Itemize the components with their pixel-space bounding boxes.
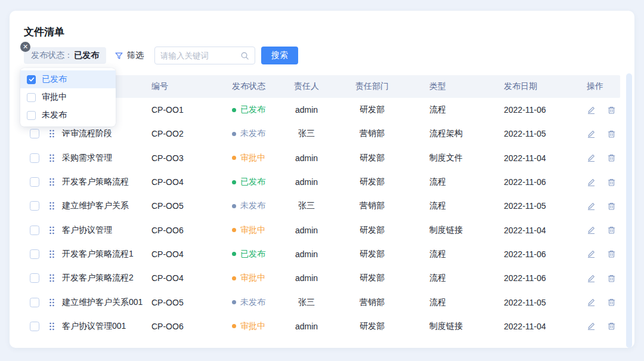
table-row: 客户协议管理001 CP-OO6 审批中 admin 研发部 制度链接 2022… — [24, 314, 620, 338]
search-input[interactable] — [160, 51, 240, 60]
status-dot-icon — [232, 324, 236, 328]
filter-chip-label: 发布状态： — [31, 50, 73, 61]
status-label: 已发布 — [240, 177, 265, 187]
doc-type: 流程 — [414, 249, 482, 260]
edit-icon[interactable] — [587, 298, 596, 307]
status-label: 审批中 — [240, 225, 265, 236]
delete-icon[interactable] — [607, 298, 616, 307]
row-checkbox[interactable] — [30, 177, 39, 187]
filter-chip[interactable]: 发布状态： 已发布 — [24, 47, 106, 64]
edit-icon[interactable] — [587, 249, 596, 258]
status-dot-icon — [232, 252, 236, 256]
edit-icon[interactable] — [587, 106, 596, 115]
delete-icon[interactable] — [607, 274, 616, 283]
file-name: 开发客户策略流程2 — [62, 273, 151, 283]
search-icon — [240, 51, 249, 60]
search-button[interactable]: 搜索 — [261, 47, 298, 64]
status-badge: 审批中 — [232, 273, 283, 283]
delete-icon[interactable] — [607, 106, 616, 115]
drag-handle-icon[interactable] — [45, 250, 62, 258]
filter-chip-wrap: ✕ 发布状态： 已发布 已发布 审批中 未发布 — [24, 47, 106, 64]
row-checkbox[interactable] — [30, 129, 39, 138]
table-row: 开发客户策略流程1 CP-OO4 已发布 admin 研发部 流程 2022-1… — [24, 242, 620, 266]
department: 营销部 — [330, 200, 414, 211]
department: 研发部 — [330, 104, 414, 115]
dropdown-option[interactable]: 已发布 — [20, 70, 116, 88]
drag-handle-icon[interactable] — [45, 226, 62, 235]
file-list-panel: 文件清单 ✕ 发布状态： 已发布 已发布 审批中 未发布 — [10, 11, 634, 348]
edit-icon[interactable] — [587, 153, 596, 162]
drag-handle-icon[interactable] — [45, 154, 62, 162]
status-filter-dropdown: 已发布 审批中 未发布 — [20, 68, 116, 126]
row-checkbox[interactable] — [30, 298, 39, 307]
status-label: 未发布 — [240, 128, 265, 139]
status-badge: 已发布 — [232, 249, 283, 260]
file-code: CP-OO4 — [151, 273, 232, 283]
checkbox-icon[interactable] — [27, 93, 36, 102]
publish-date: 2022-11-04 — [482, 226, 563, 235]
column-header-code: 编号 — [151, 81, 232, 92]
checkbox-icon[interactable] — [27, 111, 36, 120]
row-checkbox[interactable] — [30, 226, 39, 235]
status-label: 未发布 — [240, 297, 265, 308]
delete-icon[interactable] — [607, 322, 616, 331]
close-icon: ✕ — [23, 43, 28, 50]
row-checkbox[interactable] — [30, 201, 39, 211]
dropdown-option[interactable]: 审批中 — [20, 88, 116, 106]
doc-type: 流程 — [414, 273, 482, 283]
dropdown-option-label: 审批中 — [42, 92, 67, 103]
status-badge: 审批中 — [232, 153, 283, 163]
checkbox-icon[interactable] — [27, 75, 36, 84]
file-name: 评审流程阶段 — [62, 128, 151, 139]
owner: 张三 — [283, 128, 330, 139]
owner: admin — [283, 105, 330, 115]
edit-icon[interactable] — [587, 202, 596, 211]
delete-icon[interactable] — [607, 249, 616, 258]
drag-handle-icon[interactable] — [45, 298, 62, 307]
search-box — [154, 47, 255, 64]
status-dot-icon — [232, 204, 236, 208]
drag-handle-icon[interactable] — [45, 274, 62, 282]
delete-icon[interactable] — [607, 178, 616, 187]
edit-icon[interactable] — [587, 226, 596, 235]
delete-icon[interactable] — [607, 153, 616, 162]
row-checkbox[interactable] — [30, 153, 39, 163]
status-label: 已发布 — [240, 104, 265, 115]
drag-handle-icon[interactable] — [45, 322, 62, 331]
status-label: 审批中 — [240, 321, 265, 332]
delete-icon[interactable] — [607, 129, 616, 138]
row-checkbox[interactable] — [30, 322, 39, 331]
edit-icon[interactable] — [587, 129, 596, 138]
doc-type: 流程 — [414, 177, 482, 187]
scrollbar[interactable] — [626, 73, 632, 348]
edit-icon[interactable] — [587, 178, 596, 187]
file-code: CP-OO6 — [151, 226, 232, 235]
edit-icon[interactable] — [587, 322, 596, 331]
row-checkbox[interactable] — [30, 273, 39, 283]
owner: 张三 — [283, 200, 330, 211]
drag-handle-icon[interactable] — [45, 202, 62, 210]
department: 研发部 — [330, 177, 414, 187]
file-name: 建立维护客户关系 — [62, 200, 151, 211]
dropdown-option[interactable]: 未发布 — [20, 106, 116, 124]
filter-button-label: 筛选 — [127, 50, 144, 61]
delete-icon[interactable] — [607, 202, 616, 211]
publish-date: 2022-11-04 — [482, 153, 563, 163]
edit-icon[interactable] — [587, 274, 596, 283]
row-checkbox[interactable] — [30, 249, 39, 259]
clear-filter-button[interactable]: ✕ — [20, 42, 30, 52]
filter-button[interactable]: 筛选 — [114, 50, 144, 61]
doc-type: 流程架构 — [414, 128, 482, 139]
status-badge: 未发布 — [232, 128, 283, 139]
file-code: CP-OO4 — [151, 249, 232, 259]
owner: admin — [283, 226, 330, 235]
table-body: CP-OO1 已发布 admin 研发部 流程 2022-11-06 — [24, 98, 620, 338]
delete-icon[interactable] — [607, 226, 616, 235]
table-row: 客户协议管理 CP-OO6 审批中 admin 研发部 制度链接 2022-11… — [24, 218, 620, 242]
status-badge: 未发布 — [232, 200, 283, 211]
drag-handle-icon[interactable] — [45, 129, 62, 138]
drag-handle-icon[interactable] — [45, 178, 62, 186]
file-name: 客户协议管理 — [62, 225, 151, 236]
page-title: 文件清单 — [24, 25, 620, 39]
owner: admin — [283, 177, 330, 187]
